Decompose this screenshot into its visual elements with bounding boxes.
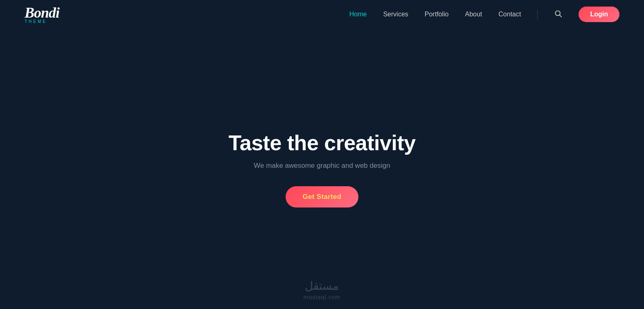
main-nav: Home Services Portfolio About Contact Lo…	[349, 7, 619, 22]
hero-section: Taste the creativity We make awesome gra…	[0, 29, 644, 309]
svg-line-1	[560, 15, 562, 17]
nav-contact[interactable]: Contact	[498, 11, 521, 18]
login-button[interactable]: Login	[579, 7, 619, 22]
nav-portfolio[interactable]: Portfolio	[425, 11, 449, 18]
search-icon[interactable]	[554, 9, 562, 20]
get-started-button[interactable]: Get Started	[286, 186, 359, 208]
logo[interactable]: Bondi THEME	[25, 5, 59, 24]
watermark: مستقل mostaql.com	[304, 279, 340, 301]
logo-text: Bondi	[25, 5, 59, 20]
hero-subtitle: We make awesome graphic and web design	[254, 162, 390, 170]
navbar: Bondi THEME Home Services Portfolio Abou…	[0, 0, 644, 29]
watermark-latin-text: mostaql.com	[304, 294, 340, 300]
nav-home[interactable]: Home	[349, 11, 367, 18]
nav-divider	[537, 9, 538, 19]
logo-sub: THEME	[25, 19, 47, 24]
hero-title: Taste the creativity	[228, 131, 415, 155]
watermark-arabic-text: مستقل	[304, 279, 340, 293]
nav-services[interactable]: Services	[383, 11, 408, 18]
nav-about[interactable]: About	[465, 11, 482, 18]
